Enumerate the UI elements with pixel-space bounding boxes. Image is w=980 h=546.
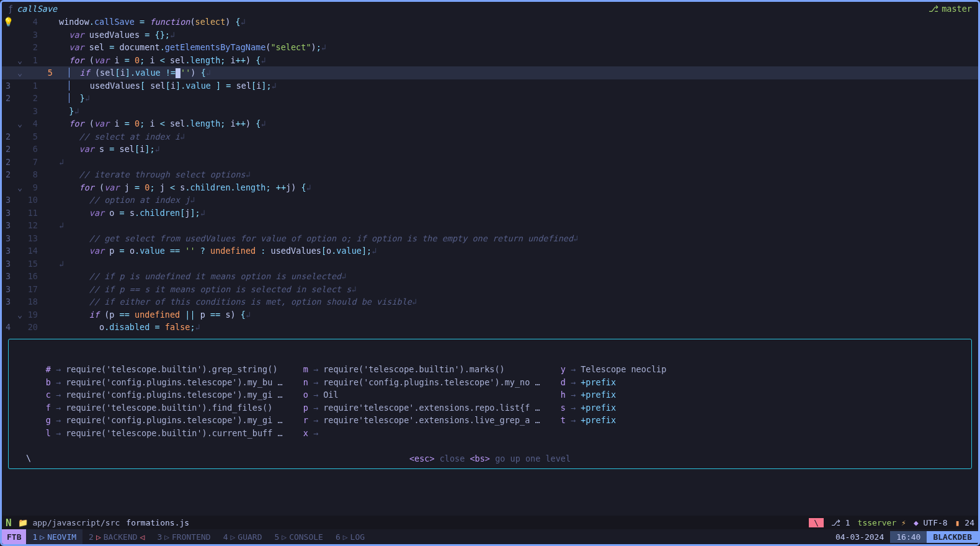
code-content[interactable]: // if p == s it means option is selected… (59, 283, 978, 296)
fold-indicator[interactable]: ⌄ (14, 66, 25, 79)
code-line[interactable]: ⌄1 for (var i = 0; i < sel.length; i++) … (2, 54, 978, 67)
code-content[interactable]: }↲ (59, 105, 978, 118)
fold-indicator[interactable] (14, 295, 25, 308)
code-content[interactable]: // option at index j↲ (59, 194, 978, 207)
code-line[interactable]: 313 // get select from usedValues for va… (2, 232, 978, 245)
code-line[interactable]: ⌄19 if (p == undefined || p == s) {↲ (2, 308, 978, 321)
whichkey-item[interactable]: x→ (297, 427, 555, 440)
whichkey-item[interactable]: g→require('config.plugins.telescope').my… (40, 414, 297, 427)
code-content[interactable]: o.disabled = false;↲ (59, 321, 978, 334)
fold-indicator[interactable] (14, 92, 25, 105)
code-line[interactable]: 2 var sel = document.getElementsByTagNam… (2, 41, 978, 54)
code-content[interactable]: window.callSave = function(select) {↲ (59, 16, 978, 29)
fold-indicator[interactable] (14, 194, 25, 207)
tmux-tab[interactable]: 2 ▷BACKEND◁ (82, 529, 151, 544)
fold-indicator[interactable] (14, 219, 25, 232)
fold-indicator[interactable] (14, 79, 25, 92)
fold-indicator[interactable] (14, 207, 25, 220)
fold-indicator[interactable]: ⌄ (14, 181, 25, 194)
code-line[interactable]: ⌄4 for (var i = 0; i < sel.length; i++) … (2, 117, 978, 130)
code-line[interactable]: 22 }↲ (2, 92, 978, 105)
code-line[interactable]: 25 // select at index i↲ (2, 130, 978, 143)
fold-indicator[interactable] (14, 105, 25, 118)
whichkey-item[interactable]: b→require('config.plugins.telescope').my… (40, 376, 297, 389)
fold-indicator[interactable] (14, 156, 25, 169)
code-line[interactable]: 318 // if either of this conditions is m… (2, 295, 978, 308)
code-line[interactable]: 3 }↲ (2, 105, 978, 118)
fold-indicator[interactable]: ⌄ (14, 54, 25, 67)
code-content[interactable]: // iterate through select options↲ (59, 168, 978, 181)
whichkey-item[interactable]: r→require'telescope'.extensions.live_gre… (297, 414, 555, 427)
fold-indicator[interactable] (14, 16, 25, 29)
whichkey-item[interactable]: y→Telescope neoclip (555, 363, 812, 376)
fold-indicator[interactable] (14, 41, 25, 54)
code-line[interactable]: ⌄9 for (var j = 0; j < s.children.length… (2, 181, 978, 194)
code-content[interactable]: ↲ (59, 257, 978, 271)
code-content[interactable]: for (var i = 0; i < sel.length; i++) {↲ (59, 117, 978, 130)
fold-indicator[interactable] (14, 143, 25, 156)
code-line[interactable]: 💡4window.callSave = function(select) {↲ (2, 16, 978, 29)
fold-indicator[interactable] (14, 257, 25, 271)
whichkey-item[interactable]: s→+prefix (555, 401, 812, 414)
code-content[interactable]: }↲ (59, 92, 978, 105)
code-content[interactable]: if (p == undefined || p == s) {↲ (59, 308, 978, 321)
whichkey-item[interactable]: f→require('telescope.builtin').find_file… (40, 401, 297, 414)
whichkey-item[interactable]: c→require('config.plugins.telescope').my… (40, 388, 297, 401)
fold-indicator[interactable] (14, 130, 25, 143)
code-content[interactable]: for (var i = 0; i < sel.length; i++) {↲ (59, 54, 978, 67)
code-content[interactable]: // if p is undefined it means option is … (59, 270, 978, 283)
code-line[interactable]: 316 // if p is undefined it means option… (2, 270, 978, 283)
whichkey-item[interactable]: h→+prefix (555, 388, 812, 401)
code-content[interactable]: var o = s.children[j];↲ (59, 207, 978, 220)
editor[interactable]: 💡4window.callSave = function(select) {↲3… (2, 16, 978, 336)
code-content[interactable]: var s = sel[i];↲ (59, 143, 978, 156)
code-line[interactable]: 315↲ (2, 257, 978, 271)
code-content[interactable]: // get select from usedValues for value … (59, 232, 978, 245)
code-content[interactable]: var sel = document.getElementsByTagName(… (59, 41, 978, 54)
whichkey-item[interactable]: p→require'telescope'.extensions.repo.lis… (297, 401, 555, 414)
code-content[interactable]: var usedValues = {};↲ (59, 29, 978, 42)
code-content[interactable]: ↲ (59, 219, 978, 232)
fold-indicator[interactable] (14, 321, 25, 334)
fold-indicator[interactable] (14, 244, 25, 257)
code-line[interactable]: 310 // option at index j↲ (2, 194, 978, 207)
tmux-tab[interactable]: 6 ▷ LOG (329, 529, 371, 544)
tmux-tab[interactable]: 1 ▷ NEOVIM (26, 529, 82, 544)
tmux-tab[interactable]: 5 ▷ CONSOLE (268, 529, 329, 544)
code-content[interactable]: // if either of this conditions is met, … (59, 295, 978, 308)
code-content[interactable]: var p = o.value == '' ? undefined : used… (59, 244, 978, 257)
code-line[interactable]: 317 // if p == s it means option is sele… (2, 283, 978, 296)
code-line[interactable]: 3 var usedValues = {};↲ (2, 29, 978, 42)
whichkey-item[interactable]: l→require('telescope.builtin').current_b… (40, 427, 297, 440)
whichkey-item[interactable]: n→require('config.plugins.telescope').my… (297, 376, 555, 389)
tmux-tab[interactable]: 4 ▷ GUARD (217, 529, 269, 544)
tmux-tab[interactable]: 3 ▷ FRONTEND (151, 529, 216, 544)
whichkey-item[interactable]: m→require('telescope.builtin').marks() (297, 363, 555, 376)
fold-indicator[interactable] (14, 283, 25, 296)
code-line[interactable]: 26 var s = sel[i];↲ (2, 143, 978, 156)
fold-indicator[interactable] (14, 29, 25, 42)
whichkey-item[interactable]: t→+prefix (555, 414, 812, 427)
fold-indicator[interactable] (14, 270, 25, 283)
fold-indicator[interactable]: ⌄ (14, 308, 25, 321)
code-line[interactable]: 31 usedValues[ sel[i].value ] = sel[i];↲ (2, 79, 978, 92)
fold-indicator[interactable] (14, 168, 25, 181)
code-content[interactable]: // select at index i↲ (59, 130, 978, 143)
code-content[interactable]: if (sel[i].value !='') {↲ (59, 66, 978, 79)
code-content[interactable]: usedValues[ sel[i].value ] = sel[i];↲ (59, 79, 978, 92)
code-content[interactable]: ↲ (59, 156, 978, 169)
code-line[interactable]: 312↲ (2, 219, 978, 232)
code-line[interactable]: 420 o.disabled = false;↲ (2, 321, 978, 334)
line-number-absolute (40, 117, 59, 130)
whichkey-item[interactable]: d→+prefix (555, 376, 812, 389)
whichkey-item[interactable]: o→Oil (297, 388, 555, 401)
code-line[interactable]: 314 var p = o.value == '' ? undefined : … (2, 244, 978, 257)
code-line[interactable]: 28 // iterate through select options↲ (2, 168, 978, 181)
code-line[interactable]: 311 var o = s.children[j];↲ (2, 207, 978, 220)
fold-indicator[interactable]: ⌄ (14, 117, 25, 130)
fold-indicator[interactable] (14, 232, 25, 245)
code-line[interactable]: ⌄5 if (sel[i].value !='') {↲ (2, 66, 978, 79)
code-content[interactable]: for (var j = 0; j < s.children.length; +… (59, 181, 978, 194)
whichkey-item[interactable]: #→require('telescope.builtin').grep_stri… (40, 363, 297, 376)
code-line[interactable]: 27↲ (2, 156, 978, 169)
